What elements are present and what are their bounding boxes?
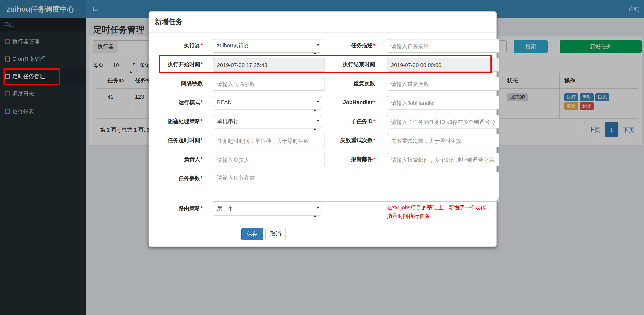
cancel-button[interactable]: 取消 — [265, 228, 286, 240]
route-strategy-select-value: 第一个 — [217, 205, 233, 211]
timeout-label: 任务超时时间* — [155, 134, 203, 147]
job-param-label: 任务参数* — [155, 172, 203, 185]
save-button[interactable]: 保存 — [241, 228, 263, 240]
run-mode-label: 运行模式* — [155, 96, 203, 109]
child-job-id-label: 子任务ID* — [314, 115, 375, 128]
interval-input[interactable] — [213, 77, 325, 91]
start-time-label: 执行开始时间* — [155, 58, 203, 71]
job-handler-label: JobHandler* — [314, 96, 375, 109]
interval-label: 间隔秒数 — [155, 77, 203, 90]
add-task-modal: 新增任务 执行器* zuihou执行器 任务描述* 执行开始时间* 执行结束时间… — [148, 11, 497, 247]
modal-footer-divider — [155, 219, 491, 219]
executor-select-value: zuihou执行器 — [217, 42, 249, 48]
alarm-email-label: 报警邮件* — [314, 153, 375, 166]
end-time-input[interactable] — [387, 58, 499, 72]
app-root: zuihou任务调度中心 注销 导航 执行器管理 Cron任务管理 定时任务管理… — [0, 0, 644, 315]
modal-header: 新增任务 — [149, 12, 496, 33]
alarm-email-input[interactable] — [387, 153, 499, 166]
block-strategy-label: 阻塞处理策略* — [155, 115, 203, 128]
run-mode-select[interactable]: BEAN — [213, 96, 321, 110]
start-time-input[interactable] — [213, 58, 325, 72]
executor-label: 执行器* — [155, 39, 203, 52]
fail-retry-label: 失败重试次数* — [314, 134, 375, 147]
block-strategy-select-value: 单机串行 — [217, 118, 239, 124]
route-strategy-label: 路由策略* — [155, 202, 203, 215]
repeat-count-input[interactable] — [387, 77, 499, 91]
child-job-id-input[interactable] — [387, 115, 499, 128]
job-handler-input[interactable] — [387, 96, 499, 110]
job-desc-input[interactable] — [387, 39, 499, 53]
executor-select[interactable]: zuihou执行器 — [213, 39, 321, 53]
block-strategy-select[interactable]: 单机串行 — [213, 115, 321, 128]
owner-label: 负责人* — [155, 153, 203, 166]
owner-input[interactable] — [213, 153, 325, 166]
feature-note: 在xxl-jobs项目的基础上，新增了一个功能： 指定时间执行任务 — [387, 204, 492, 220]
run-mode-select-value: BEAN — [217, 99, 232, 105]
timeout-input[interactable] — [213, 134, 325, 147]
select-stepper-icon — [313, 206, 317, 211]
end-time-label: 执行结束时间 — [314, 58, 375, 71]
feature-note-line1: 在xxl-jobs项目的基础上，新增了一个功能： — [387, 204, 492, 212]
route-strategy-select[interactable]: 第一个 — [213, 202, 321, 216]
job-param-textarea[interactable] — [213, 172, 499, 202]
fail-retry-input[interactable] — [387, 134, 499, 147]
modal-title: 新增任务 — [155, 12, 182, 32]
job-desc-label: 任务描述* — [314, 39, 375, 52]
repeat-count-label: 重复次数 — [314, 77, 375, 90]
